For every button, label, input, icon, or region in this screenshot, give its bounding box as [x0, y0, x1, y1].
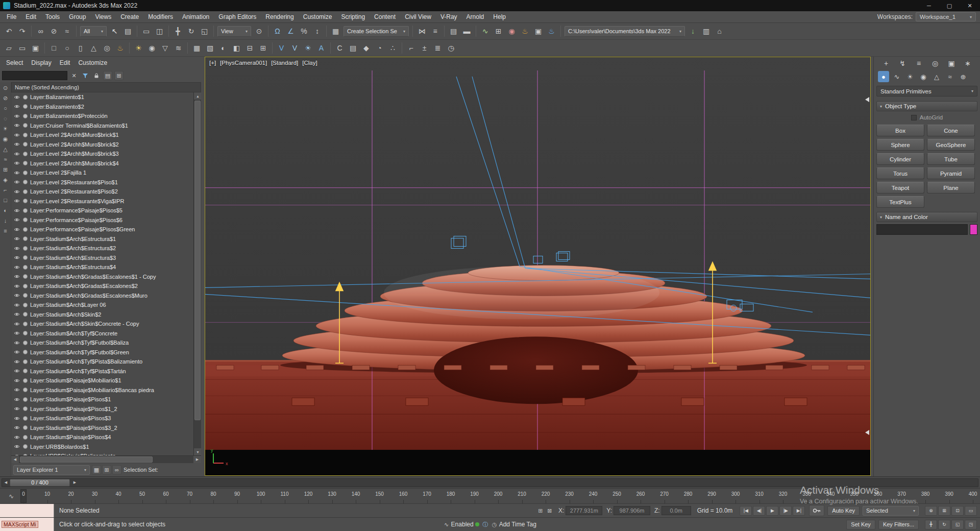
layer-row[interactable]: Layer:Level 2$Restaurante$Viga$IPR — [11, 197, 193, 206]
window-crossing-icon[interactable]: ◫ — [153, 25, 166, 38]
teapot-button[interactable]: Teapot — [876, 182, 924, 194]
rescale-units-icon[interactable]: ± — [418, 42, 431, 55]
object-color-swatch[interactable] — [970, 224, 977, 235]
visibility-eye-icon[interactable] — [14, 274, 20, 279]
shell-modifier-icon[interactable]: ⊟ — [243, 42, 256, 55]
layer-row[interactable]: Layer:Balizamiento$Protección — [11, 111, 193, 121]
create-tab[interactable]: + — [880, 58, 892, 69]
layer-dot-icon[interactable] — [23, 454, 28, 455]
layer-row[interactable]: Layer:Level 2$Fajilla 1 — [11, 168, 193, 178]
layer-dot-icon[interactable] — [23, 341, 28, 345]
vray-render-icon[interactable]: V — [275, 42, 288, 55]
hscroll-thumb[interactable] — [20, 456, 153, 463]
rectangular-selection-region-icon[interactable]: ▭ — [140, 25, 153, 38]
menu-views[interactable]: Views — [90, 11, 116, 23]
layer-row[interactable]: Layer:Stadium$Paisaje$Pisos$3_2 — [11, 423, 193, 433]
layer-dot-icon[interactable] — [23, 142, 28, 147]
material-editor-icon[interactable]: ◉ — [505, 25, 518, 38]
layer-row[interactable]: Layer:Stadium$Arch$Gradas$Escalones$Muro — [11, 291, 193, 301]
layer-row[interactable]: Layer:Cruiser Terminal$Balizamiento$1 — [11, 121, 193, 131]
time-slider-prev-icon[interactable]: ◀ — [3, 479, 9, 486]
visibility-eye-icon[interactable] — [14, 283, 20, 289]
layer-row[interactable]: Layer:Stadium$Arch$Estructura$3 — [11, 253, 193, 263]
clock-icon[interactable]: ◷ — [490, 520, 499, 529]
minimize-button[interactable]: ─ — [919, 0, 939, 11]
layer-row[interactable]: Layer:Balizamiento$1 — [11, 92, 193, 102]
torus-create-icon[interactable]: ◎ — [101, 42, 113, 55]
layer-row[interactable]: Layer:Stadium$Arch$Estructura$2 — [11, 244, 193, 253]
layer-row[interactable]: Layer:Stadium$Paisaje$Mobiliario$Bancas … — [11, 385, 193, 395]
layer-row[interactable]: Layer:Stadium$Arch$Tyf$Futbol$Green — [11, 348, 193, 357]
layer-dot-icon[interactable] — [23, 444, 28, 449]
layer-dot-icon[interactable] — [23, 369, 28, 373]
undo-icon[interactable]: ↶ — [3, 25, 15, 38]
layer-row[interactable]: Layer:Stadium$Arch$Gradas$Escalones$1 - … — [11, 272, 193, 282]
turbosmooth-icon[interactable]: ◐ — [217, 42, 230, 55]
layer-row[interactable]: Layer:Performance$Paisaje$Pisos$Green — [11, 225, 193, 234]
display-groups-icon[interactable]: ⊞ — [1, 165, 10, 174]
snaps-toggle-icon[interactable]: Ω — [271, 25, 284, 38]
maxscript-mini-listener-input[interactable]: MAXScript Mi — [0, 518, 54, 531]
zoom-extents-icon[interactable]: ⊡ — [951, 506, 964, 516]
layer-dot-icon[interactable] — [23, 227, 28, 232]
sphere-button[interactable]: Sphere — [876, 139, 924, 151]
menu-civil-view[interactable]: Civil View — [400, 11, 436, 23]
z-coordinate-field[interactable]: 0.0m — [662, 506, 691, 515]
visibility-eye-icon[interactable] — [14, 264, 20, 270]
visibility-eye-icon[interactable] — [14, 330, 20, 336]
explorer-options-icon[interactable]: ▤ — [103, 71, 112, 80]
save-scene-icon[interactable]: ▣ — [29, 42, 42, 55]
layer-dot-icon[interactable] — [23, 123, 28, 128]
menu-tools[interactable]: Tools — [41, 11, 64, 23]
layer-dot-icon[interactable] — [23, 359, 28, 364]
particle-view-icon[interactable]: ∴ — [386, 42, 399, 55]
info-icon[interactable]: ⓘ — [481, 520, 490, 529]
layer-dot-icon[interactable] — [23, 152, 28, 156]
visibility-eye-icon[interactable] — [14, 94, 20, 100]
layer-row[interactable]: Layer:Stadium$Arch$Estructura$4 — [11, 262, 193, 272]
uvw-map-icon[interactable]: ▦ — [190, 42, 203, 55]
layer-dot-icon[interactable] — [23, 378, 28, 383]
selection-filter-dropdown[interactable]: All▾ — [80, 26, 107, 37]
unlink-selection-icon[interactable]: ⊘ — [47, 25, 60, 38]
box-create-icon[interactable]: □ — [47, 42, 60, 55]
zoom-region-icon[interactable]: ▭ — [965, 506, 977, 516]
helper-create-icon[interactable]: ▽ — [159, 42, 172, 55]
layer-dot-icon[interactable] — [23, 104, 28, 109]
visibility-eye-icon[interactable] — [14, 387, 20, 393]
reference-coordinate-dropdown[interactable]: View▾ — [217, 26, 251, 37]
layer-row[interactable]: Layer:Level 2$Archh$Muro$brick$2 — [11, 140, 193, 150]
select-and-link-icon[interactable]: ∞ — [34, 25, 47, 38]
layer-row[interactable]: Layer:Level 2$Archh$Muro$brick$3 — [11, 149, 193, 159]
menu-animation[interactable]: Animation — [178, 11, 214, 23]
sphere-create-icon[interactable]: ○ — [61, 42, 74, 55]
layer-row[interactable]: Layer:Level 2$Archh$Muro$brick$1 — [11, 130, 193, 140]
visibility-eye-icon[interactable] — [14, 406, 20, 412]
select-and-move-icon[interactable]: ╋ — [172, 25, 184, 38]
mirror-icon[interactable]: ⋈ — [415, 25, 428, 38]
visibility-eye-icon[interactable] — [14, 189, 20, 195]
zoom-all-icon[interactable]: ⊞ — [938, 506, 950, 516]
layer-row[interactable]: Layer:Performance$Paisaje$Pisos$6 — [11, 215, 193, 225]
cylinder-create-icon[interactable]: ▯ — [74, 42, 87, 55]
cone-create-icon[interactable]: △ — [87, 42, 100, 55]
bind-to-space-warp-icon[interactable]: ≈ — [61, 25, 74, 38]
project-folder-dropdown[interactable]: C:\Users\valer\Documents\3ds Max 2022▾ — [565, 26, 685, 37]
light-create-icon[interactable]: ☀ — [132, 42, 145, 55]
explorer-menu-edit[interactable]: Edit — [56, 59, 75, 66]
set-key-button[interactable]: Set Key — [846, 520, 875, 529]
menu-arnold[interactable]: Arnold — [462, 11, 489, 23]
explorer-search-input[interactable] — [2, 71, 67, 80]
visibility-eye-icon[interactable] — [14, 359, 20, 365]
visibility-eye-icon[interactable] — [14, 179, 20, 185]
cone-button[interactable]: Cone — [927, 125, 975, 136]
visibility-eye-icon[interactable] — [14, 425, 20, 430]
zoom-icon[interactable]: ⊕ — [925, 506, 937, 516]
go-to-end-button[interactable]: ▶| — [793, 506, 805, 516]
layer-row[interactable]: Layer:Stadium$Arch$Layer 06 — [11, 300, 193, 310]
populate-icon[interactable]: ◔ — [373, 42, 386, 55]
massfx-icon[interactable]: ◆ — [360, 42, 373, 55]
explorer-pick-icon[interactable]: ▦ — [92, 465, 101, 474]
space-warp-icon[interactable]: ≋ — [172, 42, 185, 55]
layer-dot-icon[interactable] — [23, 236, 28, 241]
